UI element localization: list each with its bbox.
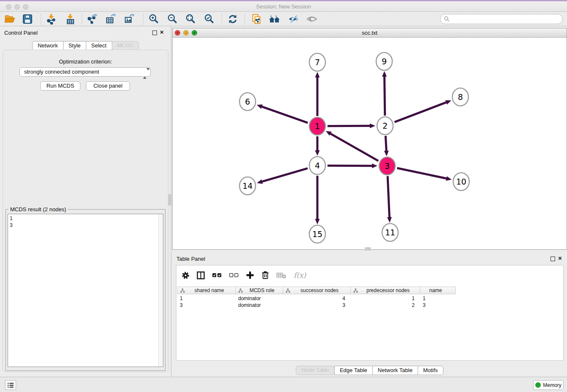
- hide-selected-icon[interactable]: [287, 13, 299, 25]
- tab-motifs[interactable]: Motifs: [418, 366, 443, 375]
- run-mcds-button[interactable]: Run MCDS: [40, 81, 80, 91]
- add-column-icon[interactable]: [246, 271, 254, 279]
- graph-edge-3-10[interactable]: [397, 168, 446, 179]
- export-network-icon[interactable]: [86, 13, 98, 25]
- table-cell[interactable]: 2: [351, 302, 420, 309]
- table-cell[interactable]: dominator: [236, 295, 283, 302]
- graph-edge-2-9[interactable]: [384, 77, 385, 116]
- list-icon: [7, 382, 14, 388]
- memory-label: Memory: [543, 382, 561, 388]
- zoom-window-icon[interactable]: [23, 4, 28, 10]
- column-header-successor-nodes[interactable]: successor nodes: [283, 287, 351, 294]
- table-cell[interactable]: 3: [177, 302, 236, 309]
- graph-node-label: 9: [382, 57, 387, 66]
- export-image-icon[interactable]: [124, 13, 135, 25]
- zoom-fit-icon[interactable]: [184, 13, 196, 25]
- zoom-selected-icon[interactable]: [203, 13, 215, 25]
- column-header-MCDS-role[interactable]: MCDS role: [236, 287, 283, 294]
- tab-select[interactable]: Select: [86, 41, 112, 50]
- edge-arrowhead: [445, 100, 451, 105]
- optimization-criterion-select[interactable]: strongly connected component: [19, 67, 151, 77]
- graph-edge-4-3[interactable]: [328, 166, 372, 166]
- control-panel-title: Control Panel: [4, 30, 38, 36]
- duplicate-network-icon[interactable]: [250, 13, 262, 25]
- tab-style[interactable]: Style: [63, 41, 86, 50]
- graph-edge-3-11[interactable]: [388, 176, 389, 217]
- select-all-icon[interactable]: [212, 272, 222, 278]
- graph-node-label: 10: [456, 177, 466, 186]
- import-network-icon[interactable]: [45, 13, 57, 25]
- mcds-result-group: MCDS result (2 nodes) 1 3: [6, 209, 165, 371]
- graph-node-label: 11: [385, 228, 395, 237]
- mcds-result-title: MCDS result (2 nodes): [8, 206, 68, 213]
- search-input[interactable]: [440, 14, 563, 24]
- network-frame-titlebar[interactable]: ✕ − + scc.txt: [173, 28, 567, 38]
- table-cell[interactable]: 1: [177, 295, 236, 302]
- scrollbar[interactable]: [158, 214, 163, 367]
- table-cell[interactable]: 4: [283, 295, 351, 302]
- table-panel: Table Panel ×: [172, 252, 567, 377]
- first-neighbors-icon[interactable]: [269, 13, 281, 25]
- frame-close-icon[interactable]: ✕: [175, 30, 180, 36]
- save-session-icon[interactable]: [22, 13, 33, 25]
- titlebar: Session: New Session: [0, 1, 567, 12]
- column-header-shared-name[interactable]: shared name: [177, 287, 236, 294]
- delete-column-icon[interactable]: [261, 271, 269, 279]
- table-row[interactable]: 1dominator411: [177, 295, 456, 302]
- settings-gear-icon[interactable]: [182, 271, 190, 279]
- split-grip-vertical[interactable]: [168, 194, 172, 206]
- frame-maximize-icon[interactable]: +: [192, 30, 197, 36]
- close-window-icon[interactable]: [6, 4, 11, 10]
- frame-minimize-icon[interactable]: −: [183, 30, 189, 36]
- table-cell[interactable]: dominator: [236, 302, 283, 309]
- show-all-icon[interactable]: [306, 13, 318, 25]
- edge-arrowhead: [315, 150, 320, 156]
- close-panel-icon[interactable]: ×: [558, 254, 562, 262]
- network-canvas[interactable]: 1234678910111415: [173, 38, 567, 249]
- float-panel-icon[interactable]: [550, 257, 555, 261]
- graph-edge-4-14[interactable]: [262, 168, 308, 182]
- float-panel-icon[interactable]: [152, 30, 157, 35]
- split-grip-horizontal[interactable]: [365, 247, 371, 251]
- export-table-icon[interactable]: [105, 13, 117, 25]
- memory-button[interactable]: Memory: [533, 380, 564, 390]
- function-builder-icon[interactable]: f(x): [294, 271, 306, 279]
- deselect-all-icon[interactable]: [229, 272, 239, 278]
- mcds-result-text[interactable]: 1 3: [8, 214, 163, 367]
- table-cell[interactable]: 1: [351, 295, 420, 302]
- tab-edge-table[interactable]: Edge Table: [334, 366, 373, 375]
- memory-status-icon: [535, 382, 541, 388]
- graph-edge-2-8[interactable]: [394, 102, 446, 122]
- table-panel-header: Table Panel ×: [172, 254, 567, 264]
- close-panel-button[interactable]: Close panel: [86, 81, 130, 91]
- column-header-predecessor-nodes[interactable]: predecessor nodes: [351, 287, 420, 294]
- task-history-button[interactable]: [5, 380, 16, 390]
- toolbar-separator: [82, 14, 82, 25]
- close-panel-icon[interactable]: ×: [160, 28, 164, 36]
- graph-node-label: 14: [242, 181, 253, 190]
- table-cell[interactable]: 1: [420, 295, 456, 302]
- refresh-icon[interactable]: [227, 13, 239, 25]
- minimize-window-icon[interactable]: [14, 4, 20, 10]
- open-file-icon[interactable]: [4, 13, 16, 25]
- column-header-name[interactable]: name: [420, 287, 456, 294]
- table-cell[interactable]: 3: [420, 302, 456, 309]
- import-table-icon[interactable]: [64, 13, 76, 25]
- graph-edge-3-1[interactable]: [330, 134, 378, 161]
- table-cell[interactable]: 3: [283, 302, 351, 309]
- tab-network-table[interactable]: Network Table: [372, 366, 418, 375]
- edge-arrowhead: [446, 176, 452, 181]
- tab-network[interactable]: Network: [32, 41, 63, 50]
- table-row[interactable]: 3dominator323: [177, 302, 456, 309]
- graph-edge-1-2[interactable]: [328, 126, 370, 126]
- show-column-icon[interactable]: [197, 271, 205, 279]
- tab-mcds[interactable]: MCDS: [112, 41, 139, 50]
- zoom-out-icon[interactable]: [166, 13, 178, 25]
- tab-node-table[interactable]: Node Table: [296, 366, 335, 375]
- delete-table-icon[interactable]: [276, 272, 286, 279]
- graph-edge-1-6[interactable]: [262, 107, 308, 123]
- zoom-in-icon[interactable]: [148, 13, 160, 25]
- network-frame-title: scc.txt: [173, 28, 567, 37]
- graph-edge-2-3[interactable]: [385, 136, 386, 151]
- dropdown-value: strongly connected component: [24, 69, 99, 75]
